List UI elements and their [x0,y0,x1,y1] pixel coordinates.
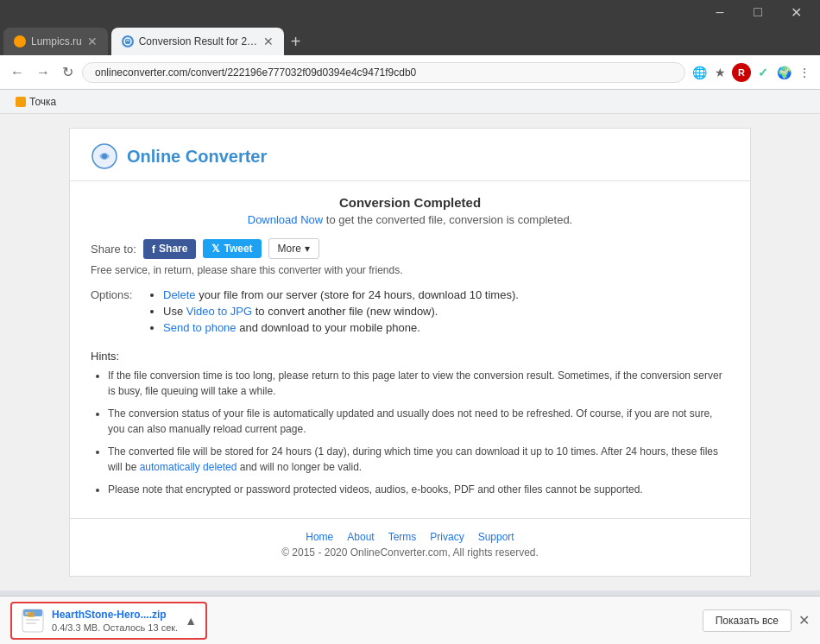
options-label: Options: [91,288,142,338]
option-prefix-2: Use [163,305,186,318]
download-filename: HearthStone-Hero....zip [52,609,178,621]
site-header: Online Converter [70,129,750,181]
maximize-button[interactable]: □ [741,0,775,24]
hint-item-2: The conversion status of your file is au… [108,406,729,437]
hint-item-4: Please note that encrypted or password p… [108,482,729,497]
download-bar-close-button[interactable]: ✕ [798,612,810,628]
facebook-share-label: Share [159,243,187,255]
delete-link[interactable]: Delete [163,288,196,301]
bookmark-tochka[interactable]: Точка [10,94,61,110]
svg-point-2 [102,154,107,159]
download-bar: ZIP HearthStone-Hero....zip 0.4/3.3 MB. … [0,596,820,644]
bookmark-star-icon[interactable]: ★ [711,64,729,81]
world-icon[interactable]: 🌍 [775,64,792,81]
download-bar-actions: Показать все ✕ [703,609,810,632]
more-share-label: More [278,243,301,255]
page-footer: Home About Terms Privacy Support © 2015 … [70,518,750,571]
video-to-jpg-link[interactable]: Video to JPG [186,305,252,318]
address-input[interactable] [82,62,685,83]
download-now-link[interactable]: Download Now [248,213,323,226]
bookmark-favicon [16,97,26,107]
show-all-button[interactable]: Показать все [703,609,792,632]
automatically-deleted-link[interactable]: automatically deleted [140,461,237,473]
title-bar: – □ ✕ [0,0,820,24]
share-label: Share to: [91,243,136,256]
svg-rect-8 [28,612,35,617]
hints-list: If the file conversion time is too long,… [91,368,729,497]
bookmark-bar: Точка [0,90,820,114]
footer-support-link[interactable]: Support [478,531,514,543]
tab-label-lumpics: Lumpics.ru [31,35,82,47]
page-wrapper: Online Converter Conversion Completed Do… [0,114,820,590]
hint-item-3: The converted file will be stored for 24… [108,444,729,475]
hints-section: Hints: If the file conversion time is to… [91,350,729,497]
svg-rect-7 [26,622,36,624]
footer-terms-link[interactable]: Terms [388,531,417,543]
facebook-icon: f [152,243,155,256]
tab-lumpics[interactable]: Lumpics.ru ✕ [3,28,108,55]
hints-title: Hints: [91,350,729,363]
share-note: Free service, in return, please share th… [91,264,729,276]
share-row: Share to: f Share 𝕏 Tweet More ▾ [91,238,729,259]
menu-icon[interactable]: ⋮ [796,64,813,81]
more-chevron-icon: ▾ [305,243,310,255]
facebook-share-button[interactable]: f Share [143,239,197,259]
options-list: Delete your file from our server (store … [149,288,519,338]
option-text-1: your file from our server (store for 24 … [199,288,519,301]
more-share-button[interactable]: More ▾ [268,238,319,259]
options-row: Options: Delete your file from our serve… [91,288,729,338]
window-controls: – □ ✕ [703,0,813,24]
download-item[interactable]: ZIP HearthStone-Hero....zip 0.4/3.3 MB. … [10,602,207,640]
download-line-text: to get the converted file, conversion is… [323,213,572,226]
minimize-button[interactable]: – [703,0,737,24]
footer-home-link[interactable]: Home [306,531,333,543]
bookmark-label: Точка [29,96,56,108]
option-text-2: to convert another file (new window). [255,305,438,318]
tab-converter[interactable]: Conversion Result for 222196e77... ✕ [111,28,284,55]
twitter-share-button[interactable]: 𝕏 Tweet [203,239,261,258]
tab-favicon-converter [122,35,134,47]
tab-close-converter[interactable]: ✕ [263,35,274,48]
footer-links: Home About Terms Privacy Support [82,531,738,543]
content-area: Conversion Completed Download Now to get… [70,181,750,518]
option-item-2: Use Video to JPG to convert another file… [163,305,519,318]
footer-privacy-link[interactable]: Privacy [430,531,464,543]
download-file-icon: ZIP [21,609,45,633]
address-actions: 🌐 ★ R ✓ 🌍 ⋮ [691,63,813,82]
extension-check-icon[interactable]: ✓ [754,64,772,81]
translate-icon[interactable]: 🌐 [691,64,708,81]
new-tab-button[interactable]: + [284,28,308,55]
tab-favicon-lumpics [14,35,26,47]
profile-icon[interactable]: R [732,63,751,82]
close-button[interactable]: ✕ [779,0,813,24]
tab-label-converter: Conversion Result for 222196e77... [139,35,258,47]
download-info: HearthStone-Hero....zip 0.4/3.3 MB. Оста… [52,609,178,633]
download-progress: 0.4/3.3 MB. Осталось 13 сек. [52,622,178,633]
conversion-title: Conversion Completed [91,195,729,210]
svg-point-0 [124,38,131,45]
back-button[interactable]: ← [7,63,28,82]
option-item-1: Delete your file from our server (store … [163,288,519,301]
option-text-3: and download to your mobile phone. [239,321,420,334]
footer-about-link[interactable]: About [347,531,374,543]
option-item-3: Send to phone and download to your mobil… [163,321,519,334]
download-line: Download Now to get the converted file, … [91,213,729,226]
site-logo-icon [91,142,118,170]
reload-button[interactable]: ↻ [59,62,77,82]
tab-bar: Lumpics.ru ✕ Conversion Result for 22219… [0,24,820,55]
footer-copyright: © 2015 - 2020 OnlineConverter.com, All r… [82,546,738,559]
page-content: Online Converter Conversion Completed Do… [69,128,751,577]
site-logo-text: Online Converter [127,147,267,167]
twitter-icon: 𝕏 [211,243,220,255]
download-chevron-icon[interactable]: ▲ [185,614,197,628]
hint-item-1: If the file conversion time is too long,… [108,368,729,399]
address-bar: ← → ↻ 🌐 ★ R ✓ 🌍 ⋮ [0,55,820,90]
send-to-phone-link[interactable]: Send to phone [163,321,237,334]
svg-rect-6 [26,619,40,621]
tab-close-lumpics[interactable]: ✕ [87,35,98,48]
twitter-share-label: Tweet [224,243,252,255]
forward-button[interactable]: → [33,63,54,82]
